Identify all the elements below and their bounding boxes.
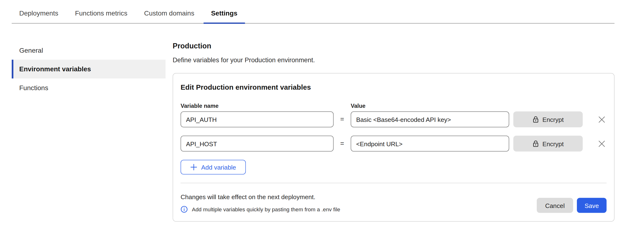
env-vars-card: Edit Production environment variables Va… (173, 73, 614, 222)
encrypt-button-label: Encrypt (542, 116, 564, 123)
value-column-label: Value (351, 103, 366, 109)
equals-sign: = (334, 116, 351, 123)
sidebar-item-general[interactable]: General (12, 41, 166, 60)
variable-row: = Encrypt (180, 136, 606, 152)
card-divider (180, 183, 606, 183)
main-content: Production Define variables for your Pro… (173, 41, 614, 222)
add-variable-button[interactable]: Add variable (180, 160, 246, 174)
encrypt-button-label: Encrypt (542, 140, 564, 147)
sidebar-item-environment-variables[interactable]: Environment variables (12, 60, 166, 78)
variable-row: = Encrypt (180, 111, 606, 127)
tab-functions-metrics[interactable]: Functions metrics (67, 0, 135, 23)
x-icon (598, 140, 605, 147)
save-button[interactable]: Save (577, 198, 606, 213)
card-title: Edit Production environment variables (180, 83, 606, 92)
remove-variable-button[interactable] (596, 114, 606, 125)
add-variable-label: Add variable (201, 164, 236, 171)
tab-custom-domains[interactable]: Custom domains (137, 0, 202, 23)
env-file-hint: Add multiple variables quickly by pastin… (192, 206, 340, 213)
lock-icon (532, 140, 539, 147)
tab-settings[interactable]: Settings (204, 0, 245, 23)
page-description: Define variables for your Production env… (173, 56, 614, 64)
variable-value-input[interactable] (351, 111, 509, 127)
encrypt-button[interactable]: Encrypt (513, 136, 583, 152)
column-headers: Variable name Value (180, 103, 606, 109)
equals-sign: = (334, 140, 351, 147)
remove-variable-button[interactable] (596, 139, 606, 149)
cancel-button[interactable]: Cancel (537, 198, 573, 213)
lock-icon (532, 116, 539, 123)
page-title: Production (173, 42, 614, 50)
settings-sidebar: General Environment variables Functions (12, 41, 166, 222)
variable-name-input[interactable] (180, 111, 334, 127)
page: Deployments Functions metrics Custom dom… (0, 0, 644, 228)
info-icon (180, 206, 188, 213)
x-icon (598, 116, 605, 123)
tab-deployments[interactable]: Deployments (12, 0, 66, 23)
plus-icon (190, 164, 198, 171)
variable-value-input[interactable] (351, 136, 509, 152)
variable-name-input[interactable] (180, 136, 334, 152)
encrypt-button[interactable]: Encrypt (513, 111, 583, 127)
tab-bar: Deployments Functions metrics Custom dom… (12, 0, 614, 24)
sidebar-item-functions[interactable]: Functions (12, 78, 166, 97)
variable-name-column-label: Variable name (180, 103, 351, 109)
deployment-note: Changes will take effect on the next dep… (180, 193, 340, 200)
